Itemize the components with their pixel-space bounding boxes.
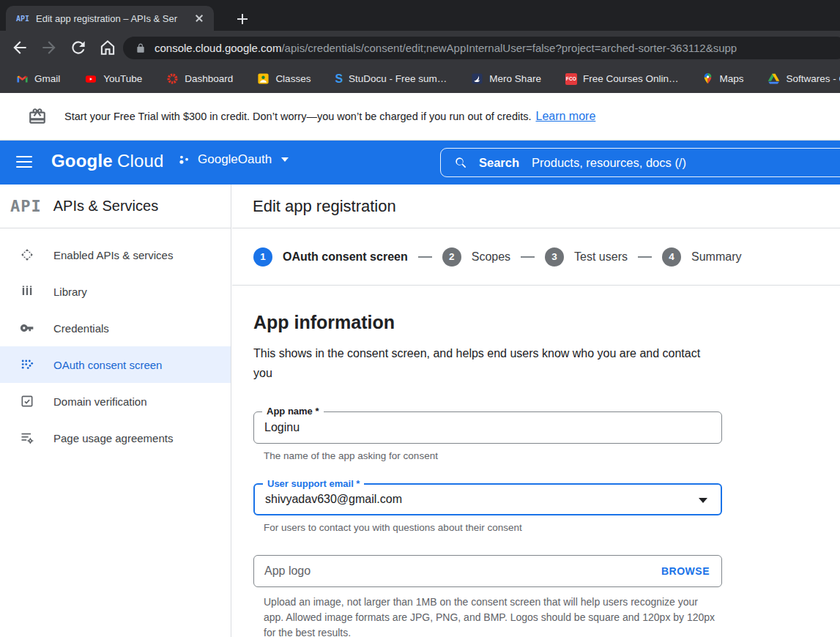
lock-icon <box>135 43 146 53</box>
support-email-helper: For users to contact you with questions … <box>264 522 840 533</box>
browser-tab[interactable]: API Edit app registration – APIs & Ser <box>6 6 214 31</box>
step-number: 1 <box>253 247 272 267</box>
step-scopes[interactable]: 2 Scopes <box>442 247 510 267</box>
back-icon[interactable] <box>10 38 29 57</box>
app-name-value[interactable]: Loginu <box>264 421 300 434</box>
step-summary[interactable]: 4 Summary <box>662 247 741 267</box>
bookmarks-bar: Gmail YouTube Dashboard Classes S StuDoc… <box>0 64 840 93</box>
drive-icon <box>767 72 780 85</box>
key-icon <box>20 321 34 335</box>
sidebar-item-credentials[interactable]: Credentials <box>0 310 231 346</box>
app-logo-placeholder: App logo <box>264 565 311 578</box>
stepper: 1 OAuth consent screen 2 Scopes 3 Test u… <box>232 228 840 286</box>
app-name-field[interactable]: App name * Loginu <box>253 411 722 444</box>
content-area: API APIs & Services Enabled APIs & servi… <box>0 185 840 637</box>
sidebar-item-domain-verification[interactable]: Domain verification <box>0 383 231 420</box>
search-label: Search <box>479 156 519 170</box>
browse-button[interactable]: BROWSE <box>661 565 710 577</box>
browser-toolbar: console.cloud.google.com/apis/credential… <box>0 31 840 64</box>
section-description: This shows in the consent screen, and he… <box>253 343 713 383</box>
project-selector[interactable]: GoogleOauth <box>177 152 289 167</box>
app-name-label: App name * <box>262 406 324 417</box>
youtube-icon <box>84 73 97 85</box>
search-placeholder: Products, resources, docs (/) <box>532 156 686 170</box>
bookmark-mero-share[interactable]: Mero Share <box>471 72 541 85</box>
oauth-consent-icon <box>20 357 34 372</box>
step-number: 3 <box>545 247 564 267</box>
form-body: App information This shows in the consen… <box>232 312 840 637</box>
url-text: console.cloud.google.com/apis/credential… <box>155 42 737 54</box>
sidebar-title: APIs & Services <box>53 198 158 215</box>
gmail-icon <box>16 72 29 85</box>
library-icon <box>20 284 34 299</box>
app-logo-helper: Upload an image, not larger than 1MB on … <box>264 595 719 637</box>
studocu-icon: S <box>335 72 343 86</box>
chevron-down-icon <box>281 157 289 162</box>
search-bar[interactable]: Search Products, resources, docs (/) <box>440 148 840 177</box>
bookmark-dashboard[interactable]: Dashboard <box>166 72 233 85</box>
bookmark-studocu[interactable]: S StuDocu - Free sum… <box>335 72 447 86</box>
canvas-icon <box>166 72 179 85</box>
sidebar-item-enabled-apis[interactable]: Enabled APIs & services <box>0 236 231 273</box>
checkbox-icon <box>20 394 34 409</box>
step-number: 4 <box>662 247 681 267</box>
api-product-icon: API <box>10 197 42 215</box>
step-separator <box>521 256 535 258</box>
section-heading: App information <box>253 312 840 333</box>
home-icon[interactable] <box>98 38 117 57</box>
learn-more-link[interactable]: Learn more <box>535 110 595 123</box>
enabled-apis-icon <box>20 247 34 262</box>
search-icon <box>454 156 468 170</box>
bookmark-free-courses[interactable]: FCO Free Courses Onlin… <box>565 73 679 85</box>
page-title: Edit app registration <box>253 197 396 216</box>
step-separator <box>638 256 652 258</box>
banner-text: Start your Free Trial with $300 in credi… <box>64 111 531 122</box>
bookmark-softwares[interactable]: Softwares - Go… <box>767 72 840 85</box>
browser-tabstrip: API Edit app registration – APIs & Ser <box>0 0 840 31</box>
sidebar-menu: Enabled APIs & services Library Credenti… <box>0 228 231 456</box>
gift-icon <box>28 107 47 126</box>
bookmark-classes[interactable]: Classes <box>257 72 311 85</box>
support-email-value[interactable]: shivyadav630@gmail.com <box>265 493 402 506</box>
api-favicon-icon: API <box>16 15 29 23</box>
gcp-header: GoogleCloud GoogleOauth Search Products,… <box>0 141 840 185</box>
maps-pin-icon <box>702 72 713 85</box>
app-name-helper: The name of the app asking for consent <box>264 450 840 461</box>
sidebar-item-oauth-consent-screen[interactable]: OAuth consent screen <box>0 346 231 383</box>
meroshare-icon <box>471 72 483 85</box>
step-number: 2 <box>442 247 461 267</box>
sidebar-item-library[interactable]: Library <box>0 273 231 310</box>
agreements-gear-icon <box>20 431 34 445</box>
project-name: GoogleOauth <box>198 152 272 167</box>
step-test-users[interactable]: 3 Test users <box>545 247 628 267</box>
step-separator <box>418 256 432 258</box>
forward-icon[interactable] <box>40 38 59 57</box>
address-bar[interactable]: console.cloud.google.com/apis/credential… <box>123 37 840 59</box>
bookmark-youtube[interactable]: YouTube <box>84 73 142 85</box>
classes-icon <box>257 72 270 85</box>
sidebar-header: API APIs & Services <box>0 185 231 228</box>
fco-icon: FCO <box>565 73 577 85</box>
tab-title: Edit app registration – APIs & Ser <box>36 13 188 24</box>
bookmark-maps[interactable]: Maps <box>702 72 743 85</box>
menu-icon[interactable] <box>16 156 34 169</box>
sidebar-item-page-usage-agreements[interactable]: Page usage agreements <box>0 420 231 456</box>
step-oauth-consent-screen[interactable]: 1 OAuth consent screen <box>253 247 408 267</box>
support-email-field[interactable]: User support email * shivyadav630@gmail.… <box>253 483 722 515</box>
new-tab-button[interactable] <box>233 10 252 29</box>
sidebar: API APIs & Services Enabled APIs & servi… <box>0 185 231 637</box>
google-cloud-logo[interactable]: GoogleCloud <box>51 151 164 171</box>
refresh-icon[interactable] <box>69 38 88 57</box>
main-panel: Edit app registration 1 OAuth consent sc… <box>232 185 840 637</box>
page-title-bar: Edit app registration <box>232 185 840 228</box>
app-logo-field[interactable]: App logo BROWSE <box>253 555 722 587</box>
free-trial-banner: Start your Free Trial with $300 in credi… <box>0 93 840 141</box>
dropdown-caret-icon[interactable] <box>699 498 707 503</box>
tab-close-icon[interactable] <box>193 12 206 25</box>
project-icon <box>177 153 191 167</box>
support-email-label: User support email * <box>263 478 364 489</box>
bookmark-gmail[interactable]: Gmail <box>16 72 60 85</box>
